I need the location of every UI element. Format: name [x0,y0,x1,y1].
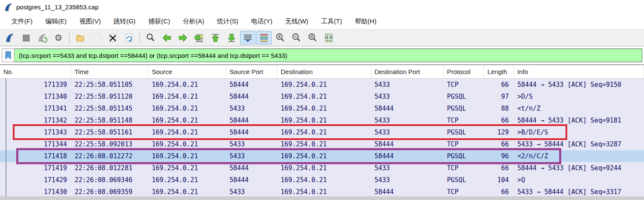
packet-row[interactable]: 171344 22:25:58.092013 169.254.0.21 5433… [0,138,644,150]
column-header-info[interactable]: Info [514,65,644,78]
menu-item-4[interactable]: 捕获(C) [142,15,177,28]
cell-no: 171339 [0,79,71,91]
zoom-reset-icon[interactable] [305,31,320,45]
start-capture-icon[interactable] [2,31,17,45]
cell-time: 22:26:08.012281 [71,162,148,174]
cell-protocol: PGSQL [444,91,484,103]
packet-row[interactable]: 171430 22:26:08.069359 169.254.0.21 5433… [0,186,644,197]
menu-item-9[interactable]: 工具(T) [315,15,348,28]
column-header-length[interactable]: Length [484,65,514,78]
cell-length: 104 [484,174,514,186]
cell-destination: 169.254.0.21 [277,138,371,150]
go-to-top-icon[interactable] [208,31,223,45]
menu-item-10[interactable]: 帮助(H) [348,15,383,28]
cell-source-port: 5433 [226,103,277,114]
cell-info: <t/n/Z [514,103,644,114]
cell-length: 66 [484,138,514,150]
reload-file-icon[interactable] [121,31,136,45]
packet-row[interactable]: 171342 22:25:58.051148 169.254.0.21 5844… [0,114,644,126]
find-packet-icon[interactable] [143,31,158,45]
cell-protocol: TCP [444,79,484,91]
cell-destination-port: 5433 [371,126,444,138]
cell-source-port: 5433 [226,186,277,197]
column-header-destination[interactable]: Destination [277,65,371,78]
cell-source-port: 5433 [226,150,277,162]
colorize-icon[interactable] [256,31,272,45]
column-header-protocol[interactable]: Protocol [444,65,484,78]
column-header-source[interactable]: Source [148,65,226,78]
cell-destination-port: 5433 [371,91,444,103]
cell-length: 88 [484,103,514,114]
related-packets-line [6,79,6,197]
go-forward-icon[interactable] [175,31,191,45]
menu-item-2[interactable]: 视图(V) [73,15,107,28]
menu-item-8[interactable]: 无线(W) [279,15,315,28]
zoom-in-icon[interactable] [273,31,288,45]
auto-scroll-icon[interactable] [240,31,255,45]
filter-bar [0,46,644,65]
cell-destination: 169.254.0.21 [277,186,371,197]
packet-row[interactable]: 171343 22:25:58.051161 169.254.0.21 5844… [0,126,644,138]
cell-destination: 169.254.0.21 [277,79,371,91]
zoom-out-icon[interactable] [289,31,304,45]
packet-row[interactable]: 171418 22:26:08.012272 169.254.0.21 5433… [0,150,644,162]
cell-source-port: 58444 [226,114,277,126]
cell-source: 169.254.0.21 [148,162,226,174]
packet-row[interactable]: 171339 22:25:58.051105 169.254.0.21 5844… [0,79,644,91]
save-file-icon[interactable] [89,31,104,45]
column-header-time[interactable]: Time [71,65,148,78]
cell-destination: 169.254.0.21 [277,103,371,114]
cell-source-port: 58444 [226,174,277,186]
go-back-icon[interactable] [159,31,174,45]
resize-columns-icon[interactable] [321,31,337,45]
close-file-icon[interactable] [105,31,120,45]
restart-capture-icon[interactable] [35,31,50,45]
stop-capture-icon[interactable] [18,31,34,45]
cell-source: 169.254.0.21 [148,150,226,162]
cell-destination-port: 58444 [371,138,444,150]
cell-info: >D/S [514,91,644,103]
cell-destination-port: 5433 [371,162,444,174]
cell-destination: 169.254.0.21 [277,114,371,126]
cell-no: 171342 [0,114,71,126]
go-to-bottom-icon[interactable] [224,31,239,45]
cell-info: >B/D/E/S [514,126,644,138]
toolbar-separator [139,32,140,43]
cell-protocol: PGSQL [444,126,484,138]
cell-time: 22:25:58.092013 [71,138,148,150]
cell-length: 129 [484,126,514,138]
display-filter-input[interactable] [15,49,642,62]
filter-bookmark-button[interactable] [2,49,15,62]
cell-length: 66 [484,114,514,126]
capture-options-gear-icon[interactable]: ⚙ [51,31,66,45]
menu-item-7[interactable]: 电话(Y) [245,15,279,28]
menu-item-0[interactable]: 文件(F) [5,15,39,28]
cell-no: 171418 [0,150,71,162]
menu-item-5[interactable]: 分析(A) [177,15,211,28]
menu-item-3[interactable]: 跳转(G) [107,15,142,28]
menu-item-6[interactable]: 统计(S) [211,15,245,28]
window-title: postgres_11_13_235853.cap [16,3,99,11]
packet-row[interactable]: 171341 22:25:58.051145 169.254.0.21 5433… [0,103,644,114]
cell-time: 22:26:08.069359 [71,186,148,197]
cell-no: 171429 [0,174,71,186]
packet-row[interactable]: 171419 22:26:08.012281 169.254.0.21 5844… [0,162,644,174]
cell-info: >Q [514,174,644,186]
cell-source: 169.254.0.21 [148,186,226,197]
packet-row[interactable]: 171429 22:26:08.069346 169.254.0.21 5844… [0,174,644,186]
open-file-folder-icon[interactable] [73,31,88,45]
cell-time: 22:26:08.069346 [71,174,148,186]
column-header-no[interactable]: No. [0,65,71,78]
packet-row[interactable]: 171340 22:25:58.051120 169.254.0.21 5844… [0,91,644,103]
main-toolbar: ⚙ [0,29,644,46]
go-to-packet-icon[interactable] [191,31,207,45]
menu-bar: 文件(F)编辑(E)视图(V)跳转(G)捕获(C)分析(A)统计(S)电话(Y)… [0,14,644,29]
cell-info: 5433 → 58444 [ACK] Seq=3287 [514,138,644,150]
cell-protocol: TCP [444,186,484,197]
column-header-destination-port[interactable]: Destination Port [371,65,444,78]
column-header-source-port[interactable]: Source Port [226,65,277,78]
menu-item-1[interactable]: 编辑(E) [39,15,73,28]
cell-source: 169.254.0.21 [148,138,226,150]
cell-source: 169.254.0.21 [148,91,226,103]
cell-destination: 169.254.0.21 [277,150,371,162]
